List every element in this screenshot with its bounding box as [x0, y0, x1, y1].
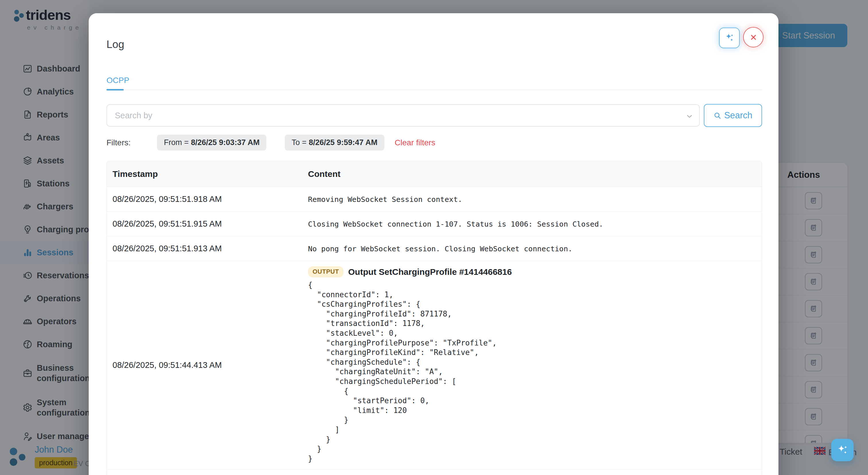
floating-assistant-button[interactable]	[831, 439, 854, 461]
modal-title: Log	[106, 38, 124, 51]
log-row-output[interactable]: 08/26/2025, 09:51:44.413 AM OUTPUT Outpu…	[107, 261, 762, 470]
close-modal-button[interactable]	[743, 27, 764, 48]
search-icon	[714, 112, 721, 119]
modal-tabs: OCPP	[106, 68, 762, 90]
sparkles-icon	[836, 443, 849, 456]
active-tab-indicator	[106, 89, 124, 90]
search-button[interactable]: Search	[704, 104, 762, 127]
log-modal: Log OCPP Search by Search Filter	[89, 13, 778, 475]
output-json: { "connectorId": 1, "csChargingProfiles"…	[308, 280, 762, 464]
log-table: Timestamp Content 08/26/2025, 09:51:51.9…	[106, 161, 762, 475]
log-row[interactable]: 08/26/2025, 09:51:51.915 AM Closing WebS…	[107, 212, 762, 236]
filters-bar: Filters: From =8/26/25 9:03:37 AM To =8/…	[106, 135, 762, 150]
filter-chip-from[interactable]: From =8/26/25 9:03:37 AM	[157, 135, 267, 150]
clear-filters-link[interactable]: Clear filters	[395, 138, 435, 147]
ai-assist-button[interactable]	[719, 28, 740, 48]
column-timestamp: Timestamp	[107, 169, 308, 179]
log-row[interactable]: 08/26/2025, 09:51:51.918 AM Removing Web…	[107, 187, 762, 212]
column-content: Content	[308, 169, 762, 179]
search-input[interactable]: Search by	[106, 104, 700, 127]
log-row-partial[interactable]	[107, 470, 762, 475]
output-title: Output SetChargingProfile #1414466816	[348, 267, 512, 277]
sparkles-icon	[724, 32, 735, 43]
search-placeholder: Search by	[115, 111, 152, 120]
output-badge: OUTPUT	[308, 266, 344, 277]
chevron-down-icon[interactable]	[685, 112, 693, 120]
filter-chip-to[interactable]: To =8/26/25 9:59:47 AM	[285, 135, 384, 150]
close-icon	[749, 33, 758, 42]
screen: tridens ev charge DashboardAnalyticsRepo…	[0, 0, 868, 475]
tab-ocpp[interactable]: OCPP	[106, 76, 129, 85]
log-table-header: Timestamp Content	[107, 161, 762, 187]
log-row[interactable]: 08/26/2025, 09:51:51.913 AM No pong for …	[107, 236, 762, 261]
filters-label: Filters:	[106, 138, 131, 147]
